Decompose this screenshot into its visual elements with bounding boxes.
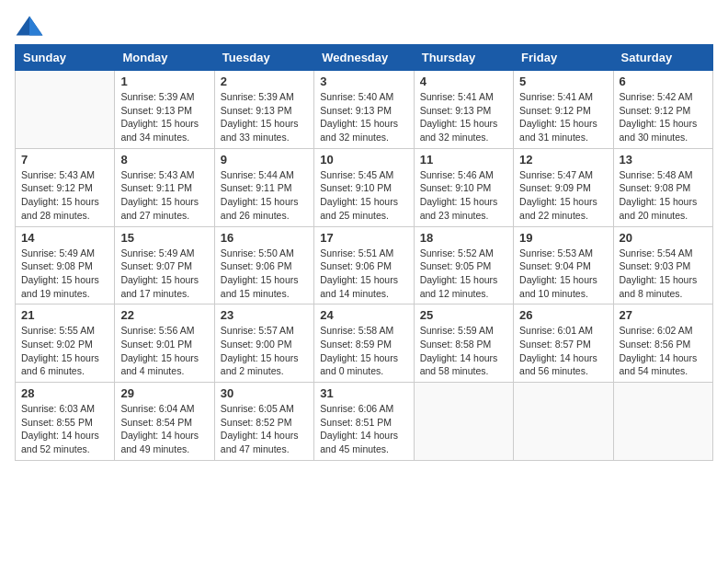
calendar-day-cell: 28Sunrise: 6:03 AM Sunset: 8:55 PM Dayli… xyxy=(16,383,115,461)
calendar-week-row: 21Sunrise: 5:55 AM Sunset: 9:02 PM Dayli… xyxy=(16,304,713,383)
day-number: 8 xyxy=(120,153,208,167)
calendar-empty-cell xyxy=(514,383,613,461)
day-info: Sunrise: 5:44 AM Sunset: 9:11 PM Dayligh… xyxy=(221,168,308,223)
weekday-header: Thursday xyxy=(414,45,513,71)
day-number: 21 xyxy=(21,308,108,322)
weekday-header: Friday xyxy=(514,45,613,71)
day-info: Sunrise: 6:05 AM Sunset: 8:52 PM Dayligh… xyxy=(221,402,308,456)
calendar-day-cell: 21Sunrise: 5:55 AM Sunset: 9:02 PM Dayli… xyxy=(16,304,115,383)
day-info: Sunrise: 5:39 AM Sunset: 9:13 PM Dayligh… xyxy=(221,90,308,144)
day-info: Sunrise: 5:41 AM Sunset: 9:12 PM Dayligh… xyxy=(519,90,607,144)
day-number: 28 xyxy=(21,386,108,400)
calendar-day-cell: 12Sunrise: 5:47 AM Sunset: 9:09 PM Dayli… xyxy=(514,148,613,226)
calendar-day-cell: 5Sunrise: 5:41 AM Sunset: 9:12 PM Daylig… xyxy=(514,71,613,149)
day-info: Sunrise: 5:59 AM Sunset: 8:58 PM Dayligh… xyxy=(420,324,507,378)
day-number: 27 xyxy=(620,308,707,322)
calendar-week-row: 14Sunrise: 5:49 AM Sunset: 9:08 PM Dayli… xyxy=(16,226,713,304)
calendar-day-cell: 30Sunrise: 6:05 AM Sunset: 8:52 PM Dayli… xyxy=(214,383,313,461)
day-number: 16 xyxy=(221,231,308,245)
calendar-week-row: 7Sunrise: 5:43 AM Sunset: 9:12 PM Daylig… xyxy=(16,148,713,226)
day-number: 29 xyxy=(120,386,208,400)
day-info: Sunrise: 5:49 AM Sunset: 9:07 PM Dayligh… xyxy=(120,247,208,301)
calendar-week-row: 1Sunrise: 5:39 AM Sunset: 9:13 PM Daylig… xyxy=(16,71,713,149)
svg-marker-1 xyxy=(29,17,42,36)
calendar-day-cell: 26Sunrise: 6:01 AM Sunset: 8:57 PM Dayli… xyxy=(514,304,613,383)
day-number: 14 xyxy=(21,231,108,245)
day-info: Sunrise: 5:45 AM Sunset: 9:10 PM Dayligh… xyxy=(320,168,407,223)
day-info: Sunrise: 5:41 AM Sunset: 9:13 PM Dayligh… xyxy=(420,90,507,144)
day-number: 10 xyxy=(320,153,407,167)
day-number: 24 xyxy=(320,308,407,322)
day-info: Sunrise: 5:50 AM Sunset: 9:06 PM Dayligh… xyxy=(221,247,308,301)
day-info: Sunrise: 5:40 AM Sunset: 9:13 PM Dayligh… xyxy=(320,90,407,144)
calendar-day-cell: 23Sunrise: 5:57 AM Sunset: 9:00 PM Dayli… xyxy=(214,304,313,383)
day-number: 1 xyxy=(120,75,208,88)
calendar-day-cell: 7Sunrise: 5:43 AM Sunset: 9:12 PM Daylig… xyxy=(16,148,115,226)
calendar-day-cell: 11Sunrise: 5:46 AM Sunset: 9:10 PM Dayli… xyxy=(414,148,513,226)
day-number: 13 xyxy=(620,153,707,167)
calendar-day-cell: 31Sunrise: 6:06 AM Sunset: 8:51 PM Dayli… xyxy=(314,383,414,461)
day-info: Sunrise: 6:06 AM Sunset: 8:51 PM Dayligh… xyxy=(320,402,407,456)
day-info: Sunrise: 5:56 AM Sunset: 9:01 PM Dayligh… xyxy=(120,324,208,378)
calendar-header-row: SundayMondayTuesdayWednesdayThursdayFrid… xyxy=(16,45,713,71)
day-info: Sunrise: 5:54 AM Sunset: 9:03 PM Dayligh… xyxy=(620,247,707,301)
day-number: 20 xyxy=(620,231,707,245)
weekday-header: Wednesday xyxy=(314,45,414,71)
day-info: Sunrise: 5:49 AM Sunset: 9:08 PM Dayligh… xyxy=(21,247,108,301)
calendar-day-cell: 27Sunrise: 6:02 AM Sunset: 8:56 PM Dayli… xyxy=(613,304,712,383)
calendar-day-cell: 3Sunrise: 5:40 AM Sunset: 9:13 PM Daylig… xyxy=(314,71,414,149)
weekday-header: Saturday xyxy=(613,45,712,71)
day-info: Sunrise: 5:39 AM Sunset: 9:13 PM Dayligh… xyxy=(120,90,208,144)
logo xyxy=(15,15,48,37)
calendar-day-cell: 24Sunrise: 5:58 AM Sunset: 8:59 PM Dayli… xyxy=(314,304,414,383)
day-number: 6 xyxy=(620,75,707,88)
day-number: 19 xyxy=(519,231,607,245)
day-info: Sunrise: 5:55 AM Sunset: 9:02 PM Dayligh… xyxy=(21,324,108,378)
day-number: 22 xyxy=(120,308,208,322)
calendar-day-cell: 16Sunrise: 5:50 AM Sunset: 9:06 PM Dayli… xyxy=(214,226,313,304)
calendar-day-cell: 14Sunrise: 5:49 AM Sunset: 9:08 PM Dayli… xyxy=(16,226,115,304)
day-info: Sunrise: 5:57 AM Sunset: 9:00 PM Dayligh… xyxy=(221,324,308,378)
day-info: Sunrise: 5:46 AM Sunset: 9:10 PM Dayligh… xyxy=(420,168,507,223)
day-info: Sunrise: 5:48 AM Sunset: 9:08 PM Dayligh… xyxy=(620,168,707,223)
calendar-day-cell: 20Sunrise: 5:54 AM Sunset: 9:03 PM Dayli… xyxy=(613,226,712,304)
day-info: Sunrise: 5:43 AM Sunset: 9:12 PM Dayligh… xyxy=(21,168,108,223)
calendar-day-cell: 25Sunrise: 5:59 AM Sunset: 8:58 PM Dayli… xyxy=(414,304,513,383)
calendar-day-cell: 19Sunrise: 5:53 AM Sunset: 9:04 PM Dayli… xyxy=(514,226,613,304)
day-info: Sunrise: 6:01 AM Sunset: 8:57 PM Dayligh… xyxy=(519,324,607,378)
day-info: Sunrise: 6:03 AM Sunset: 8:55 PM Dayligh… xyxy=(21,402,108,456)
calendar-week-row: 28Sunrise: 6:03 AM Sunset: 8:55 PM Dayli… xyxy=(16,383,713,461)
calendar-table: SundayMondayTuesdayWednesdayThursdayFrid… xyxy=(15,44,713,461)
weekday-header: Sunday xyxy=(16,45,115,71)
calendar-empty-cell xyxy=(414,383,513,461)
day-number: 2 xyxy=(221,75,308,88)
day-number: 26 xyxy=(519,308,607,322)
day-number: 31 xyxy=(320,386,407,400)
calendar-day-cell: 6Sunrise: 5:42 AM Sunset: 9:12 PM Daylig… xyxy=(613,71,712,149)
day-number: 11 xyxy=(420,153,507,167)
calendar-day-cell: 22Sunrise: 5:56 AM Sunset: 9:01 PM Dayli… xyxy=(115,304,214,383)
day-number: 9 xyxy=(221,153,308,167)
calendar-empty-cell xyxy=(16,71,115,149)
logo-icon xyxy=(15,15,44,37)
day-number: 4 xyxy=(420,75,507,88)
day-info: Sunrise: 5:51 AM Sunset: 9:06 PM Dayligh… xyxy=(320,247,407,301)
day-number: 15 xyxy=(120,231,208,245)
day-number: 18 xyxy=(420,231,507,245)
calendar-day-cell: 18Sunrise: 5:52 AM Sunset: 9:05 PM Dayli… xyxy=(414,226,513,304)
calendar-day-cell: 2Sunrise: 5:39 AM Sunset: 9:13 PM Daylig… xyxy=(214,71,313,149)
day-number: 30 xyxy=(221,386,308,400)
day-info: Sunrise: 5:43 AM Sunset: 9:11 PM Dayligh… xyxy=(120,168,208,223)
day-number: 23 xyxy=(221,308,308,322)
day-number: 12 xyxy=(519,153,607,167)
calendar-day-cell: 4Sunrise: 5:41 AM Sunset: 9:13 PM Daylig… xyxy=(414,71,513,149)
day-number: 25 xyxy=(420,308,507,322)
day-number: 17 xyxy=(320,231,407,245)
day-info: Sunrise: 5:47 AM Sunset: 9:09 PM Dayligh… xyxy=(519,168,607,223)
day-info: Sunrise: 6:02 AM Sunset: 8:56 PM Dayligh… xyxy=(620,324,707,378)
calendar-day-cell: 29Sunrise: 6:04 AM Sunset: 8:54 PM Dayli… xyxy=(115,383,214,461)
day-info: Sunrise: 5:53 AM Sunset: 9:04 PM Dayligh… xyxy=(519,247,607,301)
day-info: Sunrise: 5:42 AM Sunset: 9:12 PM Dayligh… xyxy=(620,90,707,144)
calendar-day-cell: 10Sunrise: 5:45 AM Sunset: 9:10 PM Dayli… xyxy=(314,148,414,226)
calendar-day-cell: 8Sunrise: 5:43 AM Sunset: 9:11 PM Daylig… xyxy=(115,148,214,226)
